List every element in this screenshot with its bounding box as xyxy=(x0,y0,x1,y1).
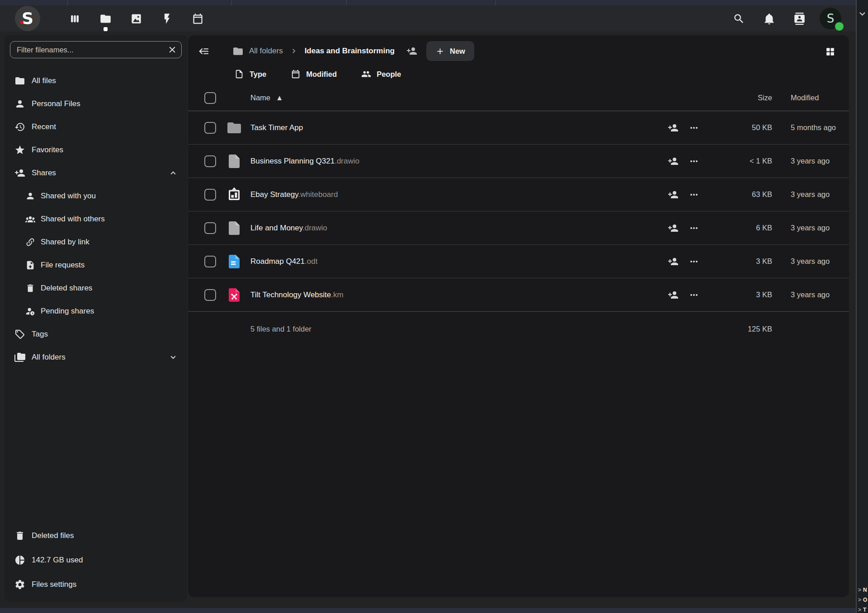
row-checkbox[interactable] xyxy=(204,222,216,234)
collapse-sidebar-button[interactable] xyxy=(195,42,212,60)
file-extension: .drawio xyxy=(335,157,359,165)
actions-menu-button[interactable] xyxy=(689,290,699,300)
sidebar-item-recent[interactable]: Recent xyxy=(5,115,187,138)
calendar-icon xyxy=(192,13,204,25)
avatar[interactable]: S xyxy=(820,8,841,29)
sidebar-item-142-7-gb-used[interactable]: 142.7 GB used xyxy=(5,548,187,572)
file-modified: 5 months ago xyxy=(772,123,849,132)
contacts-icon xyxy=(793,13,806,25)
sidebar-item-pending-shares[interactable]: Pending shares xyxy=(5,299,187,323)
column-header-size[interactable]: Size xyxy=(717,94,772,102)
sidebar-item-favorites[interactable]: Favorites xyxy=(5,138,187,161)
sidebar-item-shares[interactable]: Shares xyxy=(5,161,187,184)
share-button[interactable] xyxy=(668,189,679,200)
file-basename: Task Timer App xyxy=(250,123,303,132)
type-file-icon xyxy=(226,153,242,169)
new-button[interactable]: New xyxy=(426,41,474,61)
toolbar: All folders Ideas and Brainstorming New xyxy=(188,35,849,63)
column-header-modified[interactable]: Modified xyxy=(772,94,849,102)
side-panel-item[interactable]: >O xyxy=(858,595,867,605)
table-row[interactable]: Task Timer App50 KB5 months ago xyxy=(188,111,849,145)
sidebar-item-deleted-shares[interactable]: Deleted shares xyxy=(5,276,187,299)
app-dashboard-button[interactable] xyxy=(65,5,85,32)
actions-menu-button[interactable] xyxy=(689,189,699,200)
gear-icon xyxy=(14,579,25,590)
row-checkbox[interactable] xyxy=(204,289,216,301)
breadcrumb-root[interactable]: All folders xyxy=(232,46,283,57)
contacts-button[interactable] xyxy=(789,5,809,32)
file-name: Roadmap Q421.odt xyxy=(250,257,668,266)
file-outline-icon xyxy=(234,69,244,79)
sidebar-item-all-files[interactable]: All files xyxy=(5,69,187,92)
sidebar-item-label: Pending shares xyxy=(41,307,94,316)
actions-menu-button[interactable] xyxy=(689,156,699,167)
app-activity-button[interactable] xyxy=(157,5,177,32)
sidebar-item-personal-files[interactable]: Personal Files xyxy=(5,92,187,115)
chevron-right-glyph: > xyxy=(858,597,861,603)
sidebar-item-shared-with-you[interactable]: Shared with you xyxy=(5,184,187,207)
app-photos-button[interactable] xyxy=(126,5,146,32)
table-row[interactable]: Roadmap Q421.odt3 KB3 years ago xyxy=(188,245,849,278)
sidebar-item-files-settings[interactable]: Files settings xyxy=(5,572,187,597)
table-row[interactable]: Ebay Strategy.whiteboard63 KB3 years ago xyxy=(188,178,849,211)
photos-icon xyxy=(130,13,142,25)
active-app-indicator xyxy=(104,27,108,31)
chevron-down-icon[interactable] xyxy=(857,8,868,19)
app-logo[interactable]: S xyxy=(15,6,40,31)
actions-menu-button[interactable] xyxy=(689,223,699,234)
share-button[interactable] xyxy=(668,122,679,133)
sidebar-item-all-folders[interactable]: All folders xyxy=(5,346,187,369)
sidebar-item-label: All folders xyxy=(32,353,66,362)
filter-chip-type[interactable]: Type xyxy=(234,69,266,79)
sidebar-item-label: Files settings xyxy=(32,580,76,589)
filter-chip-modified[interactable]: Modified xyxy=(291,69,337,79)
file-extension: .drawio xyxy=(302,224,327,232)
sidebar-item-label: 142.7 GB used xyxy=(32,556,83,565)
file-basename: Ebay Strategy xyxy=(250,190,298,199)
filter-box xyxy=(10,41,182,58)
grid-view-toggle-button[interactable] xyxy=(821,42,839,61)
search-button[interactable] xyxy=(729,5,749,32)
share-button[interactable] xyxy=(668,256,679,267)
row-checkbox[interactable] xyxy=(204,122,216,134)
sidebar-item-tags[interactable]: Tags xyxy=(5,323,187,346)
sidebar-item-label: Deleted shares xyxy=(41,284,92,293)
share-button[interactable] xyxy=(668,290,679,300)
row-checkbox[interactable] xyxy=(204,256,216,267)
row-checkbox[interactable] xyxy=(204,155,216,167)
person-clock-icon xyxy=(25,306,35,316)
search-icon xyxy=(733,13,745,25)
side-panel-item[interactable]: >T xyxy=(858,605,867,613)
notifications-button[interactable] xyxy=(759,5,779,32)
share-folder-button[interactable] xyxy=(403,42,421,60)
app-files-button[interactable] xyxy=(95,5,115,32)
actions-menu-button[interactable] xyxy=(689,256,699,267)
filter-chip-people[interactable]: People xyxy=(361,69,401,79)
file-name: Ebay Strategy.whiteboard xyxy=(250,190,668,199)
column-header-name[interactable]: Name ▲ xyxy=(250,94,668,102)
row-checkbox[interactable] xyxy=(204,189,216,201)
chevron-up-icon[interactable] xyxy=(168,168,178,178)
table-row[interactable]: Tilt Technology Website.km3 KB3 years ag… xyxy=(188,278,849,312)
share-button[interactable] xyxy=(668,223,679,234)
sidebar-item-deleted-files[interactable]: Deleted files xyxy=(5,524,187,548)
app-calendar-button[interactable] xyxy=(188,5,208,32)
filter-input[interactable] xyxy=(10,41,182,58)
summary-text: 5 files and 1 folder xyxy=(250,325,668,333)
sidebar-item-file-requests[interactable]: File requests xyxy=(5,253,187,276)
file-name: Business Planning Q321.drawio xyxy=(250,157,668,166)
actions-menu-button[interactable] xyxy=(689,122,699,133)
browser-top-strip xyxy=(0,0,868,5)
file-modified: 3 years ago xyxy=(772,290,849,299)
sidebar-item-shared-with-others[interactable]: Shared with others xyxy=(5,207,187,230)
chevron-down-icon[interactable] xyxy=(168,352,178,362)
side-panel-item-label: T xyxy=(863,607,866,613)
table-row[interactable]: Life and Money.drawio6 KB3 years ago xyxy=(188,211,849,245)
clear-filter-button[interactable] xyxy=(167,45,177,55)
quota-icon xyxy=(14,555,25,566)
side-panel-item[interactable]: >N xyxy=(858,585,867,595)
select-all-checkbox[interactable] xyxy=(204,92,216,104)
sidebar-item-shared-by-link[interactable]: Shared by link xyxy=(5,230,187,253)
table-row[interactable]: Business Planning Q321.drawio< 1 KB3 yea… xyxy=(188,145,849,178)
share-button[interactable] xyxy=(668,156,679,167)
